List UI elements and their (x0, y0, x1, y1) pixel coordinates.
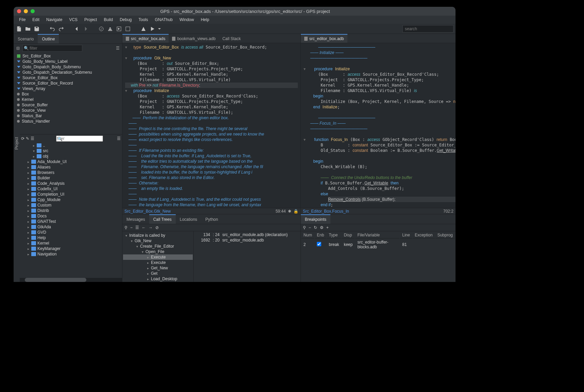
tab-scenario[interactable]: Scenario (14, 34, 38, 43)
build-icon[interactable] (107, 25, 114, 32)
back-icon[interactable] (73, 25, 80, 32)
menu-build[interactable]: Build (101, 17, 116, 23)
folder-item[interactable]: ▸Kernel (20, 240, 122, 246)
folder-item[interactable]: ▸GVD (20, 230, 122, 235)
calltree-item[interactable]: ▸Get_New (123, 265, 193, 271)
calltree-item[interactable]: ▾Open_File (123, 249, 193, 254)
project-side-tab[interactable]: Project (14, 134, 20, 282)
refresh-icon[interactable]: ⟳ (21, 136, 24, 141)
forward-icon[interactable] (82, 25, 89, 32)
menu-vcs[interactable]: VCS (66, 17, 80, 23)
minimize-window-button[interactable] (24, 9, 28, 13)
debug-icon[interactable] (140, 25, 147, 32)
call-list-row[interactable]: 134: 24src_editor_module.adb (declaratio… (195, 232, 299, 237)
folder-item[interactable]: ▸Builder (20, 175, 122, 181)
calltree-item[interactable]: ▸Execute (123, 254, 193, 260)
outline-menu-icon[interactable]: ☰ (115, 45, 121, 51)
outline-item[interactable]: Goto_Dispatch_Body_Submenu (14, 64, 122, 70)
folder-item[interactable]: ▸GNATTest (20, 219, 122, 224)
check-icon[interactable] (98, 25, 105, 32)
run-icon[interactable] (149, 25, 156, 32)
list-icon[interactable]: ☰ (31, 136, 34, 141)
folder-item[interactable]: ▸Cpp_Module (20, 197, 122, 202)
bp-enable-checkbox[interactable] (317, 242, 321, 246)
outline-item[interactable]: Views_Array (14, 86, 122, 91)
folder-item[interactable]: ▸Ada_Module_UI (20, 159, 122, 164)
pin-icon[interactable]: ⚲ (124, 225, 127, 230)
redo-icon[interactable] (58, 25, 65, 32)
menu-gnathub[interactable]: GNAThub (152, 17, 175, 23)
clean-icon[interactable] (124, 25, 131, 32)
menu-window[interactable]: Window (177, 17, 197, 23)
menu-edit[interactable]: Edit (30, 17, 42, 23)
settings-bp-icon[interactable]: ⚙ (320, 225, 324, 230)
breakpoints-table[interactable]: NumEnbTypeDispFile/VariableLineException… (301, 231, 456, 251)
outline-item[interactable]: Source_Buffer (14, 102, 122, 108)
refresh-bp-icon[interactable]: ↻ (314, 225, 317, 230)
calltree-item[interactable]: ▾Create_File_Editor (123, 244, 193, 249)
project-filter-input[interactable] (56, 136, 103, 142)
folder-item[interactable]: ▾src (20, 148, 122, 154)
outline-item[interactable]: Kernel (14, 97, 122, 102)
clear-icon[interactable]: ⊘ (155, 225, 159, 230)
bottom-tab-messages[interactable]: Messages (122, 214, 149, 224)
outline-item[interactable]: Goto_Body_Menu_Label (14, 59, 122, 64)
outline-item[interactable]: Src_Editor_Box (14, 53, 122, 59)
folder-item[interactable]: ▸Aliases (20, 164, 122, 170)
calltree-item[interactable]: ▸Load_Desktop (123, 276, 193, 282)
project-hscroll[interactable] (20, 278, 122, 282)
editor2-code[interactable]: —————————————— —— Initialize —— ————————… (301, 43, 456, 208)
undo-icon[interactable] (49, 25, 56, 32)
collapse-all-icon[interactable]: ⊟ (15, 45, 21, 51)
bottom-tab-locations[interactable]: Locations (176, 214, 201, 224)
editor1-code[interactable]: ▾ type Source_Editor_Box is access all S… (122, 43, 300, 208)
editor-tab[interactable]: src_editor_box.ads (122, 34, 169, 43)
pin-icon[interactable]: ⚲ (303, 225, 306, 230)
nav-fwd-icon[interactable]: → (149, 225, 153, 230)
tab-outline[interactable]: Outline (38, 34, 59, 43)
folder-item[interactable]: ▸Help (20, 235, 122, 240)
call-list-row[interactable]: 1692: 20src_editor_module.adb (195, 237, 299, 243)
calltree-item[interactable]: ▸Execute (123, 260, 193, 265)
outline-item[interactable]: Source_Editor_Box (14, 75, 122, 81)
outline-tree[interactable]: Src_Editor_BoxGoto_Body_Menu_LabelGoto_D… (14, 53, 122, 134)
search-input[interactable] (402, 25, 453, 33)
menu-tools[interactable]: Tools (136, 17, 151, 23)
folder-item[interactable]: ▸Codefix_UI (20, 186, 122, 192)
calltree-item[interactable]: ▸Get (123, 271, 193, 276)
outline-item[interactable]: Status_Handler (14, 119, 122, 124)
call-tree[interactable]: ▾Initialize is called by▾Gtk_New▾Create_… (122, 231, 194, 282)
folder-item[interactable]: ▸.. (20, 143, 122, 148)
outline-item[interactable]: Status_Bar (14, 113, 122, 119)
calltree-item[interactable]: ▾Initialize is called by (123, 233, 193, 238)
editor-tab[interactable]: bookmark_views.adb (169, 34, 219, 43)
folder-item[interactable]: ▸Docs (20, 213, 122, 219)
outline-item[interactable]: Goto_Dispatch_Declaration_Submenu (14, 70, 122, 75)
project-menu-icon[interactable]: ☰ (117, 136, 121, 141)
run-dropdown-icon[interactable] (158, 25, 161, 32)
folder-item[interactable]: ▸Browsers (20, 170, 122, 175)
list-view-icon[interactable]: ☰ (135, 225, 139, 230)
calltree-item[interactable]: ▾Gtk_New (123, 238, 193, 244)
folder-item[interactable]: ▸Custom (20, 202, 122, 208)
folder-item[interactable]: ▸Code_Analysis (20, 181, 122, 186)
save-icon[interactable] (33, 25, 40, 32)
bottom-tab-call-trees[interactable]: Call Trees (149, 214, 176, 224)
new-file-icon[interactable] (16, 25, 22, 32)
menu-project[interactable]: Project (82, 17, 100, 23)
outline-item[interactable]: Box (14, 91, 122, 97)
menu-file[interactable]: File (16, 17, 28, 23)
folder-item[interactable]: ▸Navigation (20, 251, 122, 257)
editor-tab[interactable]: Call Stack (219, 34, 244, 43)
bottom-tab-python[interactable]: Python (201, 214, 222, 224)
folder-item[interactable]: ▸obj (20, 154, 122, 159)
outline-item[interactable]: Source_Editor_Box_Record (14, 81, 122, 86)
folder-item[interactable]: ▸Completion_UI (20, 192, 122, 197)
remove-bp-icon[interactable]: − (309, 225, 311, 230)
outline-filter-input[interactable] (22, 45, 82, 52)
edit-icon[interactable]: ✎ (26, 136, 29, 141)
tab-breakpoints[interactable]: Breakpoints (301, 214, 330, 224)
editor-tab[interactable]: src_editor_box.adb (301, 34, 347, 43)
compile-icon[interactable] (116, 25, 122, 32)
remove-icon[interactable]: − (130, 225, 133, 230)
